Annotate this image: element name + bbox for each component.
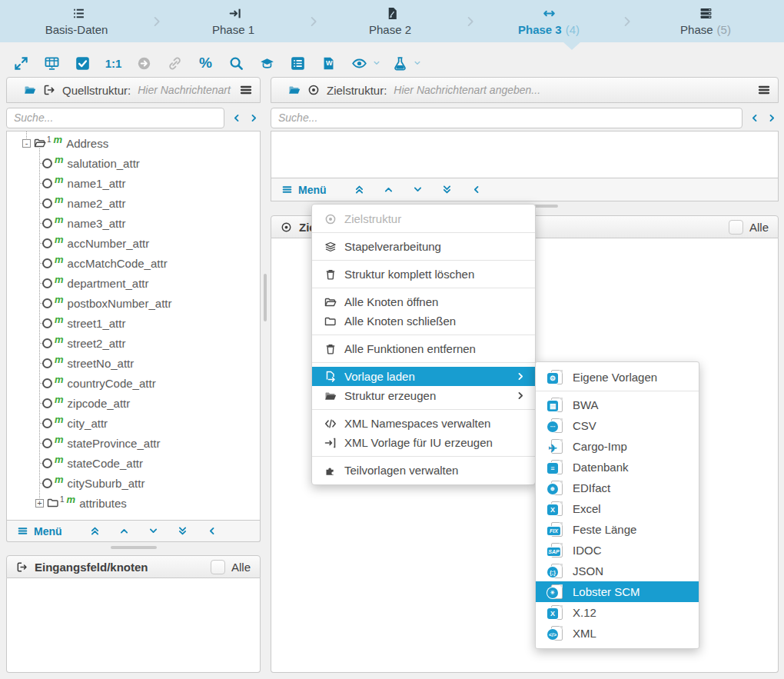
source-structure-panel: Quellstruktur: Hier Nachrichtenart angeb…: [6, 77, 261, 103]
template-menu-item[interactable]: FIX Feste Länge: [536, 519, 699, 540]
double-chevron-up-icon[interactable]: [90, 526, 100, 536]
chevron-right-icon[interactable]: [767, 113, 777, 123]
template-menu-item[interactable]: ⊕ EDIfact: [536, 478, 699, 498]
phase-basis-daten[interactable]: Basis-Daten: [0, 0, 157, 42]
template-menu-item[interactable]: ⋯ CSV: [536, 415, 699, 436]
template-menu-item[interactable]: ⚙ Eigene Vorlagen: [536, 367, 699, 388]
search-input[interactable]: [271, 108, 742, 128]
menu-item-xml-vorlage-iu[interactable]: XML Vorlage für IU erzeugen: [312, 433, 535, 452]
message-type-field[interactable]: Hier Nachrichtenart angeben...: [394, 84, 751, 96]
tree-item[interactable]: m name2_attr: [7, 193, 260, 213]
chevron-up-icon[interactable]: [384, 185, 394, 195]
word-document-button[interactable]: W: [317, 53, 340, 73]
template-menu-item[interactable]: ✳ Lobster SCM: [536, 581, 699, 602]
tree-menu-button[interactable]: Menü: [282, 184, 327, 196]
template-menu-item[interactable]: X Excel: [536, 498, 699, 519]
menu-item-funktionen-entfernen[interactable]: Alle Funktionen entfernen: [312, 339, 535, 358]
mapping-marker: m: [55, 414, 64, 425]
hamburger-menu-icon[interactable]: [758, 84, 770, 96]
zoom-ratio-button[interactable]: 1:1: [102, 53, 125, 73]
format-badge-icon: SAP: [547, 548, 560, 556]
tree-item[interactable]: m name3_attr: [7, 213, 260, 233]
all-checkbox[interactable]: [729, 220, 743, 235]
checkbox-toggle-button[interactable]: [71, 53, 94, 73]
target-tree: [271, 131, 779, 178]
tree-item[interactable]: m street1_attr: [7, 313, 260, 333]
chevron-down-icon[interactable]: [148, 526, 158, 536]
tree-item[interactable]: m city_attr: [7, 413, 260, 433]
horizontal-resize-grip[interactable]: [111, 546, 157, 549]
all-checkbox[interactable]: [211, 560, 225, 574]
view-dropdown-button[interactable]: [348, 53, 380, 73]
tree-item[interactable]: m stateCode_attr: [7, 453, 260, 473]
node-label: city_attr: [68, 417, 108, 430]
expand-fullscreen-button[interactable]: [10, 53, 32, 73]
search-button[interactable]: [225, 53, 247, 73]
menu-item-xml-namespaces[interactable]: XML Namespaces verwalten: [312, 414, 535, 433]
menu-item-stapelverarbeitung[interactable]: Stapelverarbeitung: [312, 237, 535, 256]
tree-menu-button[interactable]: Menü: [18, 525, 62, 538]
tree-item[interactable]: m citySuburb_attr: [7, 473, 260, 493]
phase-3-active[interactable]: Phase 3(4): [470, 0, 627, 42]
tree-item[interactable]: m accMatchCode_attr: [7, 253, 260, 273]
hamburger-menu-icon[interactable]: [240, 84, 252, 96]
chevron-down-icon[interactable]: [413, 185, 423, 195]
template-menu-item[interactable]: ≡ Datenbank: [536, 457, 699, 478]
template-menu-item[interactable]: {;} JSON: [536, 561, 699, 581]
chevron-left-icon[interactable]: [749, 113, 759, 123]
vertical-splitter-grip[interactable]: [264, 274, 267, 321]
tree-item[interactable]: m countryCode_attr: [7, 373, 260, 393]
document-edit-icon: [386, 7, 399, 20]
phase-2[interactable]: Phase 2: [314, 0, 470, 42]
double-chevron-down-icon[interactable]: [442, 185, 452, 195]
tree-item[interactable]: m accNumber_attr: [7, 233, 260, 253]
message-type-field[interactable]: Hier Nachrichtenart angeben...: [138, 84, 233, 96]
open-folder-icon[interactable]: [288, 84, 301, 96]
search-input[interactable]: [6, 108, 224, 128]
chevron-left-icon[interactable]: [207, 526, 217, 536]
list-view-button[interactable]: [287, 53, 309, 73]
tree-item[interactable]: m salutation_attr: [7, 153, 260, 173]
expand-toggle-icon[interactable]: [35, 499, 44, 508]
tutorial-button[interactable]: [256, 53, 278, 73]
percent-button[interactable]: %: [194, 53, 217, 73]
template-menu-item[interactable]: SAP IDOC: [536, 540, 699, 561]
chevron-left-icon[interactable]: [471, 185, 481, 195]
go-forward-button[interactable]: [133, 53, 155, 73]
tree-item[interactable]: m street2_attr: [7, 333, 260, 353]
chevron-up-icon[interactable]: [119, 526, 129, 536]
phase-5[interactable]: Phase(5): [627, 0, 784, 42]
menu-item-teilvorlagen[interactable]: Teilvorlagen verwalten: [312, 461, 535, 480]
search-navigation: [749, 113, 777, 123]
presentation-view-button[interactable]: [41, 53, 63, 73]
open-folder-icon[interactable]: [24, 84, 36, 96]
menu-item-struktur-loeschen[interactable]: Struktur komplett löschen: [312, 265, 535, 284]
chevron-left-icon[interactable]: [231, 113, 241, 123]
menu-item-knoten-oeffnen[interactable]: Alle Knoten öffnen: [312, 292, 535, 311]
link-button[interactable]: [164, 53, 186, 73]
template-menu-item[interactable]: X X.12: [536, 602, 699, 623]
chevron-right-icon[interactable]: [249, 113, 259, 123]
mapping-marker: m: [55, 214, 64, 225]
double-chevron-up-icon[interactable]: [354, 185, 364, 195]
collapse-toggle-icon[interactable]: [22, 139, 31, 148]
target-icon: [324, 213, 337, 225]
menu-item-knoten-schliessen[interactable]: Alle Knoten schließen: [312, 311, 535, 331]
template-menu-item[interactable]: </> XML: [536, 623, 699, 644]
tree-node-attributes[interactable]: 1 m attributes: [7, 493, 260, 513]
source-panel-title: Quellstruktur:: [62, 84, 131, 97]
menu-item-vorlage-laden[interactable]: Vorlage laden: [312, 367, 535, 386]
template-menu-item[interactable]: ✈ Cargo-Imp: [536, 436, 699, 457]
double-chevron-down-icon[interactable]: [178, 526, 188, 536]
tree-item[interactable]: m zipcode_attr: [7, 393, 260, 413]
template-menu-item[interactable]: ▤ BWA: [536, 394, 699, 415]
tree-root-address[interactable]: 1 m Address: [7, 133, 260, 153]
phase-1[interactable]: Phase 1: [157, 0, 314, 42]
tree-item[interactable]: m streetNo_attr: [7, 353, 260, 373]
tree-item[interactable]: m postboxNumber_attr: [7, 293, 260, 313]
tree-item[interactable]: m stateProvince_attr: [7, 433, 260, 453]
tree-item[interactable]: m department_attr: [7, 273, 260, 293]
menu-item-struktur-erzeugen[interactable]: Struktur erzeugen: [312, 386, 535, 405]
test-dropdown-button[interactable]: [389, 53, 421, 73]
tree-item[interactable]: m name1_attr: [7, 173, 260, 193]
